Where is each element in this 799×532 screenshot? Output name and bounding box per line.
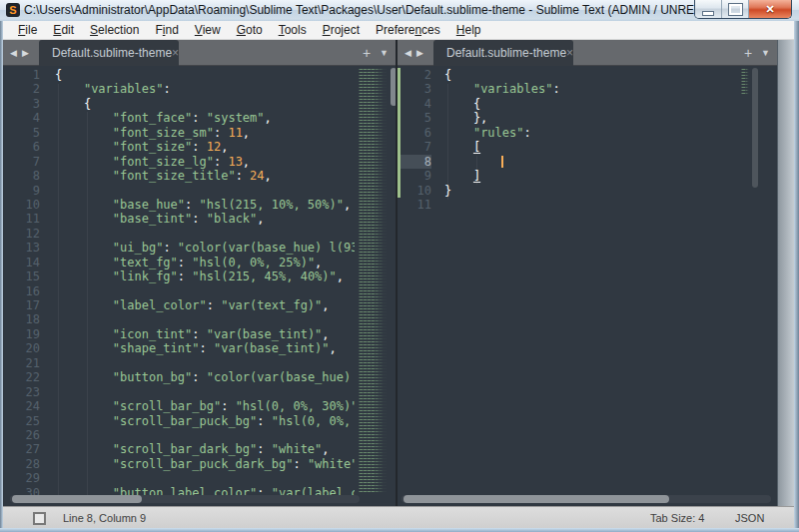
next-tab-icon[interactable]: ▶ [416, 48, 423, 58]
code-line-4[interactable]: "font_face": "system", [55, 111, 355, 125]
tab-close-icon[interactable]: × [566, 46, 583, 60]
line-number-5[interactable]: 5 [3, 126, 40, 140]
next-tab-icon[interactable]: ▶ [22, 48, 29, 58]
menu-find[interactable]: Find [147, 21, 186, 39]
line-number-5[interactable]: 5 [398, 111, 431, 125]
line-number-21[interactable]: 21 [3, 356, 40, 370]
line-number-29[interactable]: 29 [3, 471, 40, 485]
code-line-3[interactable]: "variables": [444, 82, 736, 96]
code-line-22[interactable]: "button_bg": "color(var(base_hue) l(9 [55, 370, 355, 384]
line-number-13[interactable]: 13 [3, 241, 40, 255]
line-number-19[interactable]: 19 [3, 327, 40, 341]
tab-overflow-icon[interactable]: ▼ [380, 48, 389, 58]
line-number-10[interactable]: 10 [398, 184, 431, 198]
line-number-4[interactable]: 4 [3, 111, 40, 125]
code-line-20[interactable]: "shape_tint": "var(base_tint)", [55, 341, 355, 355]
line-number-9[interactable]: 9 [3, 184, 40, 198]
code-line-14[interactable]: "text_fg": "hsl(0, 0%, 25%)", [55, 256, 355, 269]
line-number-18[interactable]: 18 [3, 312, 40, 326]
line-number-12[interactable]: 12 [3, 227, 40, 241]
right-horizontal-scrollbar[interactable] [401, 495, 771, 503]
code-line-4[interactable]: { [444, 97, 736, 111]
line-number-14[interactable]: 14 [3, 256, 40, 269]
menu-edit[interactable]: Edit [45, 21, 82, 39]
code-line-10[interactable]: "base_hue": "hsl(215, 10%, 50%)", [55, 198, 355, 212]
line-number-17[interactable]: 17 [3, 298, 40, 312]
code-line-16[interactable] [55, 284, 355, 298]
left-editor[interactable]: 1234567891011121314151617181920212223242… [3, 66, 396, 506]
code-line-1[interactable]: { [55, 68, 355, 82]
code-line-19[interactable]: "icon_tint": "var(base_tint)", [55, 327, 355, 341]
right-minimap[interactable] [739, 66, 751, 506]
code-line-6[interactable]: "font_size": 12, [55, 140, 355, 154]
line-number-15[interactable]: 15 [3, 269, 40, 283]
code-line-23[interactable] [55, 385, 355, 399]
right-editor[interactable]: 234567891011 { "variables": { }, "rules"… [398, 66, 777, 506]
line-number-27[interactable]: 27 [3, 442, 40, 456]
code-line-26[interactable] [55, 428, 355, 442]
line-number-10[interactable]: 10 [3, 198, 40, 212]
line-number-2[interactable]: 2 [398, 68, 431, 82]
code-line-7[interactable]: [ [444, 140, 736, 154]
scrollbar-puck[interactable] [12, 495, 142, 503]
new-tab-icon[interactable]: + [363, 46, 371, 60]
line-number-28[interactable]: 28 [3, 457, 40, 471]
left-minimap[interactable] [357, 66, 389, 506]
left-code-area[interactable]: { "variables": { "font_face": "system", … [55, 68, 355, 500]
tab-default-sublime-theme-left[interactable]: Default.sublime-theme × [39, 40, 179, 66]
line-number-3[interactable]: 3 [398, 82, 431, 96]
menu-preferences[interactable]: Preferences [368, 21, 448, 39]
close-button[interactable]: ✕ [749, 0, 791, 18]
code-line-8[interactable]: "font_size_title": 24, [55, 169, 355, 183]
prev-tab-icon[interactable]: ◀ [404, 48, 411, 58]
menu-view[interactable]: View [187, 21, 229, 39]
line-number-8[interactable]: 8 [398, 155, 431, 169]
code-line-15[interactable]: "link_fg": "hsl(215, 45%, 40%)", [55, 269, 355, 283]
line-number-16[interactable]: 16 [3, 284, 40, 298]
code-line-27[interactable]: "scroll_bar_dark_bg": "white", [55, 442, 355, 456]
line-number-26[interactable]: 26 [3, 428, 40, 442]
line-number-11[interactable]: 11 [3, 212, 40, 226]
tab-overflow-icon[interactable]: ▼ [761, 48, 770, 58]
line-number-22[interactable]: 22 [3, 370, 40, 384]
code-line-2[interactable]: "variables": [55, 82, 355, 96]
right-vertical-scrollbar[interactable] [751, 66, 759, 506]
line-number-11[interactable]: 11 [398, 198, 431, 212]
code-line-12[interactable] [55, 227, 355, 241]
code-line-13[interactable]: "ui_bg": "color(var(base_hue) l(93%)) [55, 241, 355, 255]
code-line-2[interactable]: { [444, 68, 736, 82]
line-number-25[interactable]: 25 [3, 414, 40, 428]
code-line-9[interactable] [55, 184, 355, 198]
scrollbar-puck[interactable] [403, 495, 669, 503]
prev-tab-icon[interactable]: ◀ [10, 48, 17, 58]
code-line-3[interactable]: { [55, 97, 355, 111]
code-line-29[interactable] [55, 471, 355, 485]
right-code-area[interactable]: { "variables": { }, "rules": [ ]} [444, 68, 736, 212]
menu-goto[interactable]: Goto [229, 21, 271, 39]
code-line-10[interactable]: } [444, 184, 736, 198]
menu-help[interactable]: Help [448, 21, 489, 39]
line-number-7[interactable]: 7 [398, 140, 431, 154]
maximize-button[interactable] [721, 0, 749, 18]
menu-project[interactable]: Project [315, 21, 368, 39]
line-number-24[interactable]: 24 [3, 399, 40, 413]
line-number-2[interactable]: 2 [3, 82, 40, 96]
scrollbar-puck[interactable] [752, 68, 758, 188]
line-number-4[interactable]: 4 [398, 97, 431, 111]
tab-close-icon[interactable]: × [172, 46, 189, 60]
code-line-11[interactable] [444, 198, 736, 212]
line-number-3[interactable]: 3 [3, 97, 40, 111]
code-line-11[interactable]: "base_tint": "black", [55, 212, 355, 226]
menu-tools[interactable]: Tools [271, 21, 315, 39]
sublime-text-icon[interactable]: S [6, 3, 20, 17]
code-line-7[interactable]: "font_size_lg": 13, [55, 155, 355, 169]
menu-file[interactable]: File [10, 21, 45, 39]
code-line-17[interactable]: "label_color": "var(text_fg)", [55, 298, 355, 312]
code-line-18[interactable] [55, 312, 355, 326]
syntax-status[interactable]: JSON [735, 512, 764, 524]
code-line-5[interactable]: "font_size_sm": 11, [55, 126, 355, 140]
minimize-button[interactable] [695, 0, 721, 18]
code-line-25[interactable]: "scroll_bar_puck_bg": "hsl(0, 0%, 30% [55, 414, 355, 428]
tab-size-status[interactable]: Tab Size: 4 [650, 512, 704, 524]
code-line-8[interactable] [444, 155, 736, 169]
